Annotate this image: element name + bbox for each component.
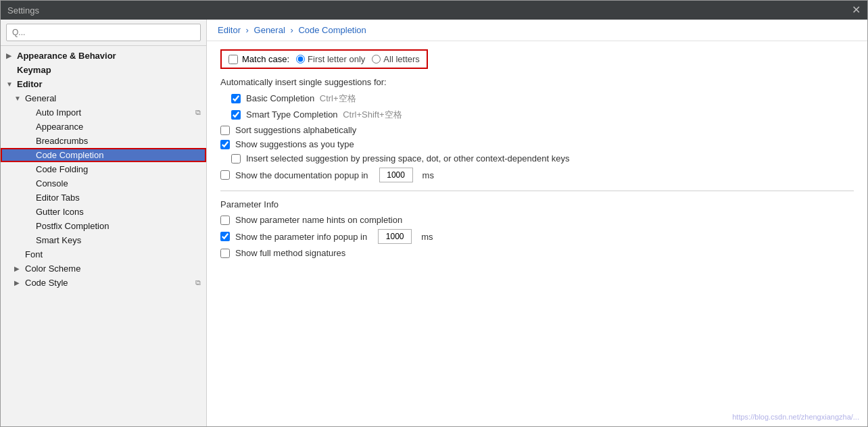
sidebar-item-label: Code Completion	[36, 150, 103, 160]
sidebar-item-label: Code Style	[25, 278, 68, 288]
sidebar-item-console[interactable]: Console	[1, 176, 206, 191]
arrow-icon: ▶	[6, 52, 14, 59]
content-area: ▶ Appearance & Behavior Keymap ▼ Editor …	[1, 20, 867, 426]
search-input[interactable]	[6, 24, 201, 41]
sidebar-item-breadcrumbs[interactable]: Breadcrumbs	[1, 134, 206, 148]
show-full-sig-label[interactable]: Show full method signatures	[235, 248, 345, 258]
divider	[220, 191, 854, 191]
smart-type-shortcut: Ctrl+Shift+空格	[343, 109, 402, 120]
sidebar-item-code-folding[interactable]: Code Folding	[1, 162, 206, 176]
show-param-popup-checkbox[interactable]	[220, 232, 230, 241]
sidebar-item-label: Gutter Icons	[36, 207, 84, 217]
radio-first-letter-label[interactable]: First letter only	[296, 54, 365, 64]
insert-selected-label[interactable]: Insert selected suggestion by pressing s…	[246, 153, 569, 164]
sidebar-item-appearance-behavior[interactable]: ▶ Appearance & Behavior	[1, 49, 206, 63]
show-param-popup-row: Show the parameter info popup in ms	[220, 229, 854, 244]
radio-all-letters-text: All letters	[383, 54, 419, 64]
param-popup-ms-input[interactable]	[378, 229, 412, 244]
basic-completion-row: Basic Completion Ctrl+空格	[231, 93, 854, 105]
show-suggestions-label[interactable]: Show suggestions as you type	[235, 139, 354, 149]
smart-type-row: Smart Type Completion Ctrl+Shift+空格	[231, 109, 854, 121]
param-info-title: Parameter Info	[220, 199, 854, 209]
radio-all-letters-label[interactable]: All letters	[372, 54, 419, 64]
basic-completion-shortcut: Ctrl+空格	[320, 93, 356, 103]
sidebar-item-font[interactable]: Font	[1, 247, 206, 261]
auto-insert-label: Automatically insert single suggestions …	[220, 77, 854, 87]
breadcrumb-sep-2: ›	[290, 25, 295, 35]
sort-alpha-row: Sort suggestions alphabetically	[220, 125, 854, 135]
param-popup-ms-unit: ms	[421, 232, 433, 242]
window-title: Settings	[7, 5, 39, 16]
doc-popup-ms-input[interactable]	[379, 168, 413, 182]
basic-completion-label[interactable]: Basic Completion Ctrl+空格	[246, 93, 356, 105]
breadcrumb-sep-1: ›	[246, 25, 251, 35]
radio-first-letter-text: First letter only	[308, 54, 365, 64]
sidebar-item-keymap[interactable]: Keymap	[1, 63, 206, 77]
insert-selected-checkbox[interactable]	[231, 154, 241, 164]
match-case-checkbox[interactable]	[228, 55, 238, 64]
sidebar-item-editor[interactable]: ▼ Editor	[1, 77, 206, 91]
show-doc-popup-row: Show the documentation popup in ms	[220, 168, 854, 182]
sidebar-item-label: Font	[25, 249, 43, 259]
show-doc-popup-label[interactable]: Show the documentation popup in	[235, 170, 368, 180]
sidebar: ▶ Appearance & Behavior Keymap ▼ Editor …	[1, 20, 207, 426]
sidebar-item-label: Console	[36, 178, 68, 189]
match-case-highlight-box: Match case: First letter only All letter…	[220, 49, 428, 69]
sidebar-item-gutter-icons[interactable]: Gutter Icons	[1, 205, 206, 219]
sidebar-item-editor-tabs[interactable]: Editor Tabs	[1, 191, 206, 205]
smart-type-label[interactable]: Smart Type Completion Ctrl+Shift+空格	[246, 109, 402, 121]
sidebar-item-label: Smart Keys	[36, 235, 81, 245]
titlebar: Settings ✕	[1, 1, 867, 20]
smart-type-checkbox[interactable]	[231, 110, 241, 120]
arrow-icon: ▶	[14, 265, 22, 272]
sidebar-item-label: Editor	[17, 79, 43, 89]
sidebar-item-label: Keymap	[17, 65, 51, 75]
sidebar-item-label: Breadcrumbs	[36, 136, 88, 146]
copy-icon: ⧉	[195, 108, 201, 117]
match-case-label[interactable]: Match case:	[242, 54, 289, 64]
sidebar-item-label: Editor Tabs	[36, 193, 80, 203]
match-case-section: Match case: First letter only All letter…	[220, 49, 854, 69]
show-suggestions-checkbox[interactable]	[220, 140, 230, 149]
main-panel: Editor › General › Code Completion Match…	[207, 20, 867, 426]
sidebar-item-smart-keys[interactable]: Smart Keys	[1, 233, 206, 247]
breadcrumb-code-completion: Code Completion	[298, 25, 366, 35]
show-param-popup-label[interactable]: Show the parameter info popup in	[235, 232, 367, 242]
show-suggestions-row: Show suggestions as you type	[220, 139, 854, 149]
basic-completion-checkbox[interactable]	[231, 94, 241, 103]
arrow-icon: ▶	[14, 279, 22, 286]
radio-first-letter[interactable]	[296, 55, 305, 64]
sidebar-item-label: General	[25, 93, 56, 103]
show-param-hints-label[interactable]: Show parameter name hints on completion	[235, 215, 402, 225]
show-param-hints-checkbox[interactable]	[220, 216, 230, 225]
breadcrumb: Editor › General › Code Completion	[207, 20, 867, 41]
show-doc-popup-checkbox[interactable]	[220, 170, 230, 180]
sidebar-item-appearance[interactable]: Appearance	[1, 120, 206, 134]
radio-all-letters[interactable]	[372, 55, 381, 64]
show-param-hints-row: Show parameter name hints on completion	[220, 215, 854, 225]
doc-popup-ms-unit: ms	[423, 170, 434, 180]
close-button[interactable]: ✕	[852, 5, 861, 16]
sidebar-item-label: Appearance	[36, 122, 83, 132]
sidebar-item-general[interactable]: ▼ General	[1, 91, 206, 105]
arrow-icon: ▼	[14, 95, 22, 102]
show-full-sig-checkbox[interactable]	[220, 249, 230, 258]
sidebar-tree: ▶ Appearance & Behavior Keymap ▼ Editor …	[1, 46, 206, 426]
breadcrumb-general: General	[254, 25, 285, 35]
sidebar-item-label: Auto Import	[36, 107, 81, 118]
sidebar-item-code-style[interactable]: ▶ Code Style ⧉	[1, 276, 206, 290]
arrow-icon: ▼	[6, 80, 14, 88]
sort-alpha-label[interactable]: Sort suggestions alphabetically	[235, 125, 356, 135]
sidebar-item-postfix-completion[interactable]: Postfix Completion	[1, 219, 206, 233]
sidebar-item-code-completion[interactable]: Code Completion	[1, 148, 206, 162]
settings-content: Match case: First letter only All letter…	[207, 41, 867, 426]
sidebar-item-label: Appearance & Behavior	[17, 51, 116, 61]
search-box	[1, 20, 206, 46]
insert-selected-row: Insert selected suggestion by pressing s…	[231, 153, 854, 164]
radio-group: First letter only All letters	[296, 54, 420, 64]
sort-alpha-checkbox[interactable]	[220, 126, 230, 135]
settings-window: Settings ✕ ▶ Appearance & Behavior Keyma…	[0, 0, 868, 427]
sidebar-item-color-scheme[interactable]: ▶ Color Scheme	[1, 261, 206, 276]
sidebar-item-auto-import[interactable]: Auto Import ⧉	[1, 105, 206, 120]
sidebar-item-label: Color Scheme	[25, 263, 80, 274]
